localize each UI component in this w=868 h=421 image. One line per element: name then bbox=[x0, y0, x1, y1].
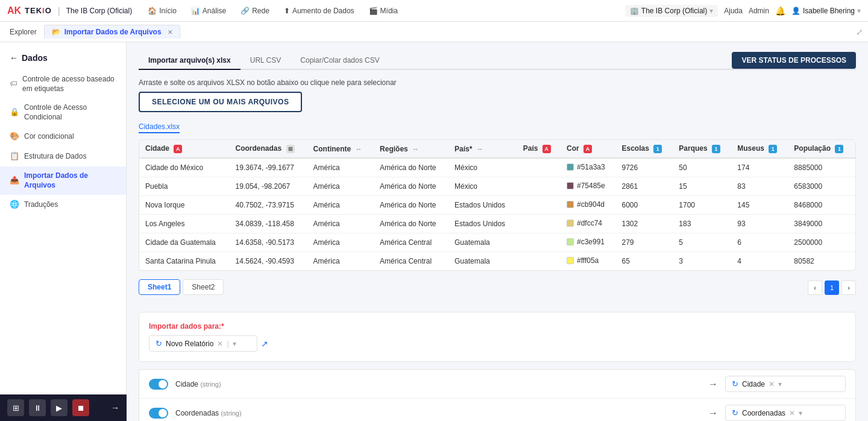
field-target-cidade[interactable]: ↻ Cidade ✕ ▾ bbox=[725, 376, 846, 392]
cell-cor: #cb904d bbox=[561, 196, 616, 215]
nav-admin[interactable]: Admin bbox=[749, 7, 769, 15]
cell-museus: 83 bbox=[731, 177, 788, 196]
nav-company-badge[interactable]: 🏢 The IB Corp (Oficial) ▾ bbox=[625, 5, 718, 17]
file-name-label: Cidades.xlsx bbox=[139, 122, 180, 133]
explorer-tab[interactable]: Explorer bbox=[5, 25, 42, 39]
tab-bar: Explorer 📂 Importar Dados de Arquivos ✕ … bbox=[0, 22, 868, 42]
nav-rede[interactable]: 🔗 Rede bbox=[234, 4, 275, 17]
sidebar: ← Dados 🏷 Controle de acesso baseado em … bbox=[0, 42, 127, 421]
bottom-pause-btn[interactable]: ⏸ bbox=[29, 399, 46, 416]
cell-continente: América bbox=[307, 196, 374, 215]
cell-pais-star: Estados Unidos bbox=[448, 215, 517, 233]
data-table: Cidade A Coordenadas ⊞ Continente ↔ Re bbox=[139, 140, 855, 270]
cell-parques: 1700 bbox=[673, 196, 731, 215]
table-icon: 📋 bbox=[10, 151, 19, 162]
cell-coordenadas: 40.7502, -73.9715 bbox=[230, 196, 307, 215]
col-continente: Continente ↔ bbox=[307, 140, 374, 158]
cell-escolas: 1302 bbox=[616, 215, 673, 233]
target-clear-cidade[interactable]: ✕ bbox=[769, 380, 775, 388]
sidebar-item-cor-condicional[interactable]: 🎨 Cor condicional bbox=[0, 127, 126, 147]
page-prev[interactable]: ‹ bbox=[808, 280, 822, 295]
field-target-coordenadas[interactable]: ↻ Coordenadas ✕ ▾ bbox=[725, 405, 846, 421]
select-files-btn[interactable]: SELECIONE UM OU MAIS ARQUIVOS bbox=[139, 92, 302, 112]
target-value-coordenadas: Coordenadas bbox=[742, 409, 785, 417]
col-escolas: Escolas 1 bbox=[616, 140, 673, 158]
sidebar-item-estrutura[interactable]: 📋 Estrutura de Dados bbox=[0, 147, 126, 166]
cell-cor: #51a3a3 bbox=[561, 158, 616, 177]
import-select-link[interactable]: ↗ bbox=[261, 339, 268, 349]
cell-escolas: 2861 bbox=[616, 177, 673, 196]
nav-analise[interactable]: 📊 Análise bbox=[185, 4, 232, 17]
target-refresh-cidade: ↻ bbox=[732, 379, 738, 388]
bottom-stop-btn[interactable]: ⏹ bbox=[72, 399, 89, 416]
tag-icon: 🏷 bbox=[10, 79, 17, 89]
logo-icon: AK bbox=[7, 5, 21, 16]
page-next[interactable]: › bbox=[841, 280, 856, 295]
cell-parques: 3 bbox=[673, 252, 731, 271]
import-select-clear[interactable]: ✕ bbox=[217, 340, 223, 348]
expand-icon[interactable]: ⤢ bbox=[856, 27, 863, 37]
import-select-box[interactable]: ↻ Novo Relatório ✕ | ▾ bbox=[149, 335, 257, 352]
sidebar-item-traducoes[interactable]: 🌐 Traduções bbox=[0, 195, 126, 215]
ver-status-btn[interactable]: VER STATUS DE PROCESSOS bbox=[732, 52, 856, 69]
import-select-row: ↻ Novo Relatório ✕ | ▾ ↗ bbox=[149, 335, 846, 352]
field-row-coordenadas: Coordenadas (string) → ↻ Coordenadas ✕ ▾ bbox=[139, 399, 855, 421]
sub-tab-copiar[interactable]: Copiar/Colar dados CSV bbox=[291, 52, 389, 70]
sub-tab-xlsx[interactable]: Importar arquivo(s) xlsx bbox=[139, 52, 241, 70]
top-nav: AK TEKIO | The IB Corp (Oficial) 🏠 Iníci… bbox=[0, 0, 868, 22]
cell-coordenadas: 14.6358, -90.5173 bbox=[230, 233, 307, 252]
nav-help[interactable]: Ajuda bbox=[724, 7, 743, 15]
continente-icon: ↔ bbox=[356, 145, 362, 153]
bottom-play-btn[interactable]: ▶ bbox=[51, 399, 68, 416]
pais-star-icon: ↔ bbox=[477, 145, 483, 153]
col-pais-star: País* ↔ bbox=[448, 140, 517, 158]
toggle-coordenadas[interactable] bbox=[149, 408, 168, 419]
palette-icon: 🎨 bbox=[10, 131, 19, 142]
import-tab[interactable]: 📂 Importar Dados de Arquivos ✕ bbox=[44, 25, 180, 39]
escolas-badge: 1 bbox=[653, 145, 662, 153]
bottom-collapse-btn[interactable]: → bbox=[111, 403, 119, 413]
field-arrow-coordenadas: → bbox=[708, 408, 718, 419]
page-1[interactable]: 1 bbox=[825, 280, 839, 295]
main-content: Importar arquivo(s) xlsx URL CSV Copiar/… bbox=[127, 42, 868, 421]
data-table-wrap: Cidade A Coordenadas ⊞ Continente ↔ Re bbox=[139, 139, 856, 271]
upload-hint: Arraste e solte os arquivos XLSX no botã… bbox=[139, 78, 856, 87]
sub-tab-url[interactable]: URL CSV bbox=[241, 52, 291, 70]
sheet-tab-2[interactable]: Sheet2 bbox=[183, 279, 224, 295]
back-arrow-icon[interactable]: ← bbox=[10, 53, 18, 63]
cell-populacao: 3849000 bbox=[788, 215, 855, 233]
toggle-cidade[interactable] bbox=[149, 379, 168, 390]
sidebar-item-controle-etiquetas[interactable]: 🏷 Controle de acesso baseado em etiqueta… bbox=[0, 70, 126, 98]
import-select-arrow[interactable]: ▾ bbox=[233, 340, 236, 348]
nav-midia[interactable]: 🎬 Mídia bbox=[363, 4, 404, 17]
table-row: Los Angeles 34.0839, -118.458 América Am… bbox=[139, 215, 855, 233]
cidade-badge-a: A bbox=[174, 145, 182, 153]
nav-home[interactable]: 🏠 Início bbox=[142, 4, 183, 17]
target-clear-coordenadas[interactable]: ✕ bbox=[789, 409, 795, 417]
target-value-cidade: Cidade bbox=[742, 380, 765, 388]
sheet-tab-1[interactable]: Sheet1 bbox=[139, 279, 180, 295]
target-refresh-coordenadas: ↻ bbox=[732, 408, 738, 417]
cell-cidade: Los Angeles bbox=[139, 215, 230, 233]
table-row: Cidade da Guatemala 14.6358, -90.5173 Am… bbox=[139, 233, 855, 252]
target-arrow-coordenadas[interactable]: ▾ bbox=[799, 409, 802, 417]
sidebar-header[interactable]: ← Dados bbox=[0, 49, 126, 70]
lock-icon: 🔒 bbox=[10, 107, 19, 118]
bottom-grid-btn[interactable]: ⊞ bbox=[7, 399, 24, 416]
field-arrow-cidade: → bbox=[708, 379, 718, 390]
sidebar-item-controle-condicional[interactable]: 🔒 Controle de Acesso Condicional bbox=[0, 98, 126, 127]
nav-aumento[interactable]: ⬆ Aumento de Dados bbox=[278, 4, 360, 17]
pagination: ‹ 1 › bbox=[808, 280, 856, 295]
nav-user[interactable]: 👤 Isabelle Bhering ▾ bbox=[791, 7, 861, 15]
target-arrow-cidade[interactable]: ▾ bbox=[778, 380, 782, 388]
notification-bell[interactable]: 🔔 bbox=[775, 6, 785, 16]
cell-coordenadas: 14.5624, -90.4593 bbox=[230, 252, 307, 271]
field-source-cidade: Cidade (string) bbox=[175, 380, 701, 388]
cell-continente: América bbox=[307, 158, 374, 177]
sidebar-item-importar[interactable]: 📤 Importar Dados de Arquivos bbox=[0, 166, 126, 195]
company-divider: | bbox=[58, 6, 60, 16]
import-tab-close[interactable]: ✕ bbox=[168, 29, 172, 36]
cell-coordenadas: 19.054, -98.2067 bbox=[230, 177, 307, 196]
col-populacao: População 1 bbox=[788, 140, 855, 158]
upload-icon: 📤 bbox=[10, 176, 19, 186]
